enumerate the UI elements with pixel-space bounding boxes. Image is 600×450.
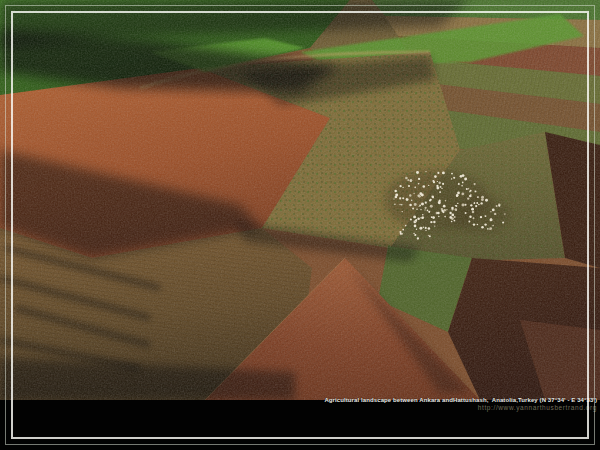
photo-caption: Agricultural landscape between Ankara an… (324, 397, 597, 404)
wallpaper-image: Agricultural landscape between Ankara an… (0, 0, 600, 450)
caption-area: Agricultural landscape between Ankara an… (324, 397, 597, 412)
photo-credit-url: http://www.yannarthusbertrand.org (324, 404, 597, 412)
aerial-photo-scene (0, 0, 600, 450)
aerial-photo (0, 0, 600, 450)
